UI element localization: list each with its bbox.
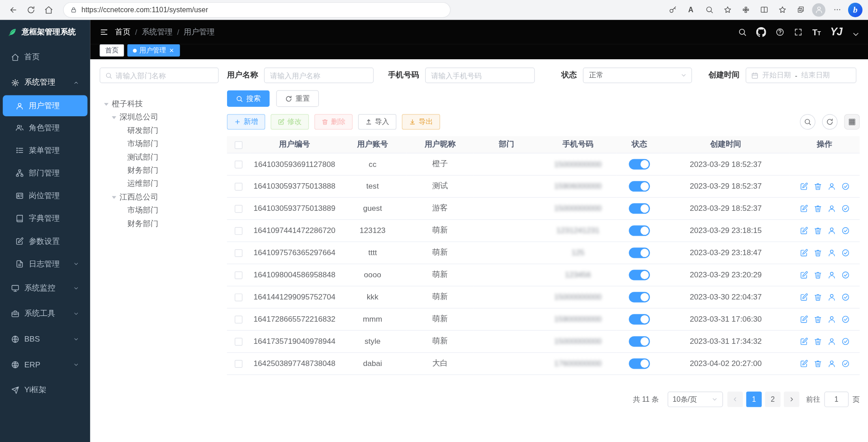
row-checkbox[interactable] xyxy=(235,294,242,301)
sidebar-item-user-management[interactable]: 用户管理 xyxy=(3,95,87,117)
assign-role-icon[interactable] xyxy=(841,248,849,257)
tree-node[interactable]: 深圳总公司 xyxy=(100,111,218,124)
reset-password-icon[interactable] xyxy=(827,337,835,345)
fullscreen-icon[interactable] xyxy=(794,28,803,37)
delete-user-icon[interactable] xyxy=(813,226,821,234)
reset-password-icon[interactable] xyxy=(827,248,835,257)
assign-role-icon[interactable] xyxy=(841,182,849,190)
delete-button[interactable]: 删除 xyxy=(314,114,352,129)
add-favorite-button[interactable] xyxy=(720,3,735,17)
collapse-sidebar-button[interactable] xyxy=(100,28,109,37)
assign-role-icon[interactable] xyxy=(841,226,849,234)
status-toggle[interactable] xyxy=(629,336,650,347)
reset-password-icon[interactable] xyxy=(827,204,835,212)
tree-node[interactable]: 运维部门 xyxy=(100,177,218,190)
next-page-button[interactable] xyxy=(784,391,799,407)
expand-caret-icon[interactable] xyxy=(112,196,116,199)
sidebar-item-role-management[interactable]: 角色管理 xyxy=(0,116,90,139)
tree-node[interactable]: 研发部门 xyxy=(100,124,218,137)
tree-node[interactable]: 市场部门 xyxy=(100,138,218,151)
edit-user-icon[interactable] xyxy=(800,271,808,279)
header-search-icon[interactable] xyxy=(738,28,747,37)
edit-user-icon[interactable] xyxy=(800,204,808,212)
tree-node[interactable]: 市场部门 xyxy=(100,204,218,217)
edit-user-icon[interactable] xyxy=(800,337,808,345)
select-all-checkbox[interactable] xyxy=(235,141,242,149)
tree-node[interactable]: 财务部门 xyxy=(100,217,218,230)
edit-user-icon[interactable] xyxy=(800,315,808,323)
sidebar-item-menu-management[interactable]: 菜单管理 xyxy=(0,139,90,162)
edit-user-icon[interactable] xyxy=(800,293,808,301)
row-checkbox[interactable] xyxy=(235,205,242,213)
delete-user-icon[interactable] xyxy=(813,293,821,301)
assign-role-icon[interactable] xyxy=(841,359,849,367)
row-checkbox[interactable] xyxy=(235,161,242,168)
browser-back-button[interactable] xyxy=(5,2,21,17)
status-toggle[interactable] xyxy=(629,203,650,214)
page-button-2[interactable]: 2 xyxy=(765,391,780,407)
assign-role-icon[interactable] xyxy=(841,204,849,212)
row-checkbox[interactable] xyxy=(235,338,242,346)
sidebar-item-system-monitor[interactable]: 系统监控 xyxy=(0,275,90,300)
date-range-picker[interactable]: 开始日期 - 结束日期 xyxy=(746,67,857,83)
breadcrumb-system[interactable]: 系统管理 xyxy=(142,27,173,37)
chevron-down-icon[interactable] xyxy=(851,30,860,39)
sidebar-item-system-management[interactable]: 系统管理 xyxy=(0,70,90,95)
table-refresh-button[interactable] xyxy=(822,114,837,129)
column-settings-button[interactable] xyxy=(844,114,859,129)
tag-home[interactable]: 首页 xyxy=(100,44,124,57)
edit-user-icon[interactable] xyxy=(800,182,808,190)
reset-password-icon[interactable] xyxy=(827,293,835,301)
reset-password-icon[interactable] xyxy=(827,315,835,323)
tag-user-management[interactable]: 用户管理 xyxy=(127,44,180,57)
edit-user-icon[interactable] xyxy=(800,226,808,234)
browser-menu-button[interactable] xyxy=(830,3,844,17)
export-button[interactable]: 导出 xyxy=(402,114,440,129)
font-size-icon[interactable]: TT xyxy=(812,28,821,36)
breadcrumb-home[interactable]: 首页 xyxy=(115,27,131,37)
collections-button[interactable] xyxy=(793,3,808,17)
sidebar-item-post-management[interactable]: 岗位管理 xyxy=(0,185,90,207)
page-button-1[interactable]: 1 xyxy=(746,391,762,407)
sidebar-item-yi-framework[interactable]: Yi框架 xyxy=(0,377,90,403)
search-button[interactable]: 搜索 xyxy=(227,90,270,107)
tree-node[interactable]: 测试部门 xyxy=(100,151,218,164)
sidebar-item-dept-management[interactable]: 部门管理 xyxy=(0,162,90,184)
split-screen-button[interactable] xyxy=(757,3,771,17)
row-checkbox[interactable] xyxy=(235,249,242,257)
tree-node[interactable]: 橙子科技 xyxy=(100,97,218,110)
assign-role-icon[interactable] xyxy=(841,337,849,345)
delete-user-icon[interactable] xyxy=(813,359,821,367)
edit-button[interactable]: 修改 xyxy=(270,114,308,129)
prev-page-button[interactable] xyxy=(727,391,743,407)
zoom-button[interactable] xyxy=(702,3,716,17)
read-aloud-button[interactable]: A xyxy=(683,3,698,17)
assign-role-icon[interactable] xyxy=(841,293,849,301)
reset-password-icon[interactable] xyxy=(827,182,835,190)
delete-user-icon[interactable] xyxy=(813,248,821,257)
browser-refresh-button[interactable] xyxy=(23,2,38,17)
edit-user-icon[interactable] xyxy=(800,359,808,367)
row-checkbox[interactable] xyxy=(235,316,242,323)
import-button[interactable]: 导入 xyxy=(358,114,396,129)
assign-role-icon[interactable] xyxy=(841,271,849,279)
row-checkbox[interactable] xyxy=(235,227,242,235)
reset-password-icon[interactable] xyxy=(827,359,835,367)
status-toggle[interactable] xyxy=(629,159,650,169)
status-toggle[interactable] xyxy=(629,314,650,324)
row-checkbox[interactable] xyxy=(235,271,242,279)
extensions-button[interactable] xyxy=(739,3,753,17)
username-input[interactable] xyxy=(264,67,374,83)
status-toggle[interactable] xyxy=(629,247,650,258)
reset-password-icon[interactable] xyxy=(827,271,835,279)
edit-user-icon[interactable] xyxy=(800,248,808,257)
dept-search-input[interactable] xyxy=(116,71,213,79)
delete-user-icon[interactable] xyxy=(813,337,821,345)
reset-button[interactable]: 重置 xyxy=(276,90,319,107)
sidebar-item-erp[interactable]: ERP xyxy=(0,352,90,377)
delete-user-icon[interactable] xyxy=(813,271,821,279)
sidebar-item-system-tools[interactable]: 系统工具 xyxy=(0,301,90,326)
browser-profile-button[interactable] xyxy=(811,3,826,17)
status-toggle[interactable] xyxy=(629,270,650,280)
delete-user-icon[interactable] xyxy=(813,182,821,190)
